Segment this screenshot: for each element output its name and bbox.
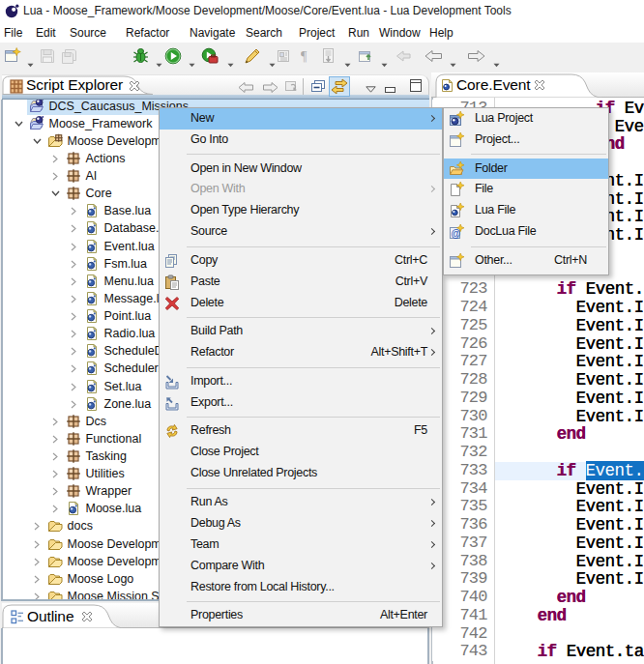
svg-text:¶: ¶ — [301, 49, 307, 64]
